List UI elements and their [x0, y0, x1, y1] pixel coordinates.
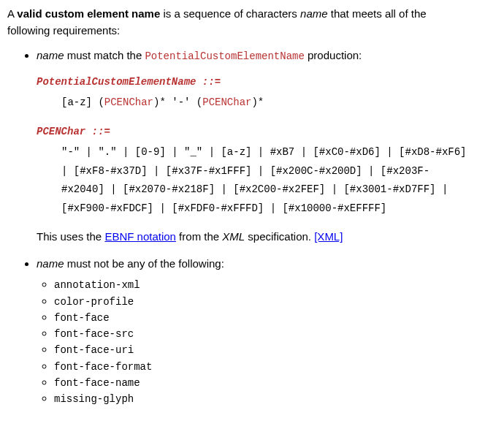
text: [a-z] (	[61, 96, 104, 108]
list-item: font-face-src	[54, 325, 470, 341]
list-item: font-face	[54, 309, 470, 325]
rule-body: [a-z] (PCENChar)* '-' (PCENChar)*	[37, 94, 470, 113]
text: This uses the	[37, 230, 104, 243]
banned-names-list: annotation-xmlcolor-profilefont-facefont…	[37, 276, 470, 406]
var-name: name	[300, 7, 328, 20]
banned-name: missing-glyph	[54, 393, 134, 405]
grammar-block: PotentialCustomElementName ::= [a-z] (PC…	[37, 73, 470, 219]
list-item: annotation-xml	[54, 276, 470, 292]
list-item: font-face-name	[54, 374, 470, 390]
link-ebnf-notation[interactable]: EBNF notation	[104, 230, 176, 243]
var-name: name	[37, 49, 64, 61]
var-name: name	[37, 257, 64, 270]
production-ref: PotentialCustomElementName	[145, 50, 304, 62]
list-item: name must not be any of the following: a…	[37, 256, 470, 407]
banned-name: font-face-name	[54, 377, 140, 389]
requirements-list: name must match the PotentialCustomEleme…	[7, 48, 470, 407]
text: must not be any of the following:	[64, 257, 224, 270]
text: must match the	[64, 49, 145, 61]
banned-name: font-face-uri	[54, 344, 134, 356]
banned-name: font-face-format	[54, 361, 152, 373]
text: from the	[176, 230, 222, 243]
banned-name: color-profile	[54, 296, 134, 308]
list-item: font-face-uri	[54, 341, 470, 357]
reference-xml[interactable]: [XML]	[314, 230, 343, 243]
nonterminal: PCENChar	[202, 96, 251, 108]
spec-name: XML	[222, 230, 245, 243]
text: production:	[305, 49, 362, 61]
rule-name: PotentialCustomElementName ::=	[37, 73, 470, 92]
banned-name: font-face-src	[54, 328, 134, 340]
list-item: missing-glyph	[54, 390, 470, 406]
text: A	[7, 7, 17, 20]
banned-name: annotation-xml	[54, 279, 140, 291]
list-item: name must match the PotentialCustomEleme…	[37, 48, 470, 246]
dfn-valid-custom-element-name: valid custom element name	[17, 7, 160, 20]
text: )*	[251, 96, 264, 108]
rule-body: "-" | "." | [0-9] | "_" | [a-z] | #xB7 |…	[37, 143, 470, 219]
text: )* '-' (	[153, 96, 202, 108]
text: is a sequence of characters	[160, 7, 300, 20]
banned-name: font-face	[54, 312, 110, 324]
intro-paragraph: A valid custom element name is a sequenc…	[7, 6, 470, 39]
ebnf-note: This uses the EBNF notation from the XML…	[37, 229, 470, 246]
text: specification.	[245, 230, 314, 243]
nonterminal: PCENChar	[104, 96, 153, 108]
list-item: font-face-format	[54, 358, 470, 374]
rule-name: PCENChar ::=	[37, 123, 470, 142]
list-item: color-profile	[54, 293, 470, 309]
